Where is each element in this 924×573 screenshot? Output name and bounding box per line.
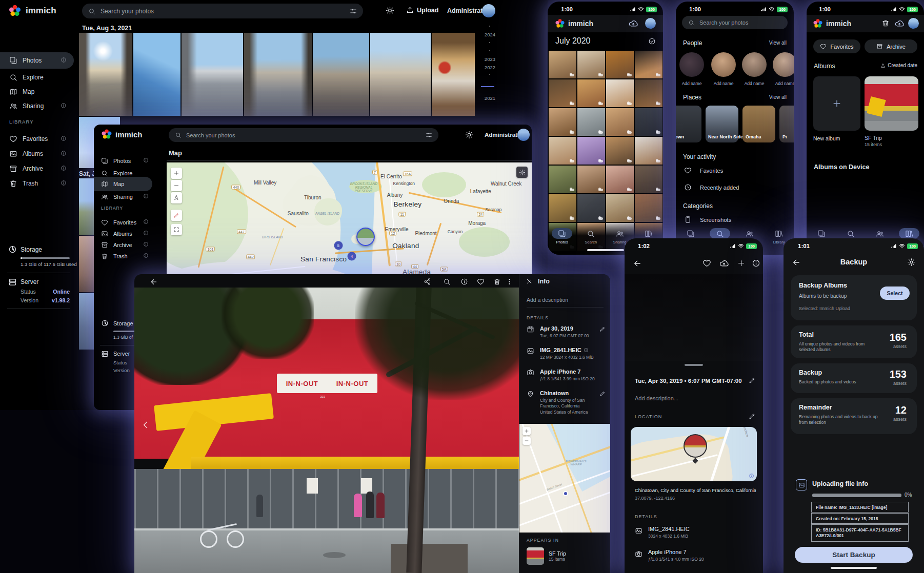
sidebar-item-sharing[interactable]: Sharing	[101, 190, 133, 203]
photo-thumbnail[interactable]	[549, 108, 576, 136]
select-button[interactable]: Select	[880, 286, 910, 300]
cloud-upload-icon[interactable]	[719, 259, 729, 268]
share-icon[interactable]	[424, 278, 431, 285]
photo-thumbnail[interactable]	[182, 33, 243, 116]
sheet-drag-handle[interactable]	[685, 364, 703, 366]
mini-map-zoom-out[interactable]	[523, 437, 531, 445]
album-row[interactable]: SF Trip 15 items	[527, 546, 604, 566]
edit-pencil-icon[interactable]	[599, 326, 606, 332]
add-name-label[interactable]: Add name	[679, 81, 704, 86]
activity-recent-row[interactable]: Recently added	[684, 183, 739, 191]
photo-thumbnail[interactable]	[635, 166, 662, 193]
photo-thumbnail[interactable]	[133, 33, 180, 116]
photo-thumbnail[interactable]	[606, 137, 634, 165]
photo-thumbnail[interactable]	[577, 166, 605, 193]
place-tile[interactable]: Omaha	[742, 106, 775, 142]
category-screenshots-row[interactable]: Screenshots	[684, 216, 731, 223]
location-map[interactable]: d - San Francisco	[631, 427, 757, 481]
photo-thumbnail[interactable]	[606, 51, 634, 78]
sidebar-item-map[interactable]: Map	[9, 85, 34, 98]
photo-thumbnail[interactable]	[606, 194, 634, 222]
photo-thumbnail[interactable]	[549, 166, 576, 193]
timeline-scrubber[interactable]: 2024 2023 2022 2021	[476, 24, 497, 116]
settings-gear-icon[interactable]	[907, 258, 916, 267]
photo-thumbnail[interactable]	[370, 33, 431, 116]
info-icon[interactable]	[143, 253, 149, 258]
photo-thumbnail[interactable]	[635, 79, 662, 107]
person-avatar[interactable]	[742, 52, 767, 77]
avatar[interactable]	[517, 129, 530, 141]
photo-thumbnail[interactable]	[635, 51, 662, 78]
photo-thumbnail[interactable]	[432, 33, 475, 116]
info-icon[interactable]	[61, 150, 67, 156]
albums-sort-button[interactable]: Created date	[880, 63, 917, 68]
info-icon[interactable]	[143, 230, 149, 236]
add-plus-icon[interactable]	[737, 259, 746, 268]
back-icon[interactable]	[150, 278, 158, 286]
new-album-tile[interactable]	[813, 76, 860, 131]
map-cluster-marker[interactable]: 5	[334, 241, 343, 250]
avatar[interactable]	[645, 18, 656, 29]
previous-photo-chevron-icon[interactable]	[140, 420, 151, 430]
info-icon[interactable]	[143, 241, 149, 247]
upload-button[interactable]: Upload	[406, 6, 438, 14]
description-input[interactable]: Add a description	[527, 297, 568, 303]
photo-thumbnail[interactable]	[635, 108, 662, 136]
trash-icon[interactable]	[881, 19, 890, 27]
album-title[interactable]: SF Trip	[865, 135, 882, 141]
add-name-label[interactable]: Add name	[711, 81, 736, 86]
info-icon[interactable]	[61, 135, 67, 141]
cloud-sync-icon[interactable]	[629, 19, 638, 28]
sidebar-item-trash[interactable]: Trash	[9, 177, 38, 190]
mini-map-zoom-in[interactable]	[523, 427, 531, 435]
zoom-icon[interactable]	[443, 278, 451, 285]
photo-thumbnail[interactable]	[313, 33, 369, 116]
map-zoom-in-button[interactable]	[171, 168, 182, 179]
person-avatar[interactable]	[679, 52, 704, 77]
map-cluster-marker[interactable]: 4	[347, 252, 356, 260]
search-input[interactable]: Search your photos	[169, 128, 438, 142]
info-icon[interactable]	[460, 278, 468, 285]
photo-thumbnail[interactable]	[577, 79, 605, 107]
sidebar-item-archive[interactable]: Archive	[9, 162, 43, 175]
start-backup-button[interactable]: Start Backup	[795, 547, 913, 563]
place-tile[interactable]: Chinatown	[676, 106, 701, 142]
photo-thumbnail[interactable]	[635, 194, 662, 222]
favorite-heart-icon[interactable]	[477, 278, 485, 285]
place-tile[interactable]: Pi	[779, 106, 794, 142]
map-draw-button[interactable]	[171, 210, 182, 221]
nav-tab-photos[interactable]: Photos	[548, 228, 576, 244]
person-avatar[interactable]	[711, 52, 736, 77]
info-icon[interactable]	[61, 57, 67, 63]
description-input[interactable]: Add description...	[635, 395, 678, 401]
map-photo-marker[interactable]	[356, 228, 375, 246]
photo-thumbnail[interactable]	[549, 79, 576, 107]
info-icon[interactable]	[61, 103, 67, 109]
sidebar-item-photos[interactable]: Photos	[9, 54, 42, 67]
select-all-check-icon[interactable]	[648, 37, 656, 45]
more-menu-icon[interactable]	[506, 278, 513, 285]
photo-thumbnail[interactable]	[549, 137, 576, 165]
scrubber-handle[interactable]	[481, 86, 494, 87]
info-icon[interactable]	[61, 180, 67, 186]
close-icon[interactable]	[526, 278, 533, 285]
info-icon[interactable]	[61, 165, 67, 171]
map-compass-button[interactable]	[171, 192, 182, 203]
photo-thumbnail[interactable]	[577, 194, 605, 222]
activity-favorites-row[interactable]: Favorites	[684, 167, 723, 174]
info-icon[interactable]	[752, 259, 760, 268]
info-icon[interactable]	[143, 157, 149, 163]
add-name-label[interactable]: Add name	[773, 81, 794, 86]
photo-thumbnail[interactable]	[606, 79, 634, 107]
sidebar-item-explore[interactable]: Explore	[9, 71, 44, 84]
map-fullscreen-button[interactable]	[171, 224, 182, 235]
people-view-all-link[interactable]: View all	[769, 40, 787, 46]
info-icon[interactable]	[143, 193, 149, 199]
cloud-sync-icon[interactable]	[895, 19, 904, 28]
sidebar-item-favorites[interactable]: Favorites	[9, 132, 48, 146]
edit-pencil-icon[interactable]	[749, 413, 756, 420]
search-input[interactable]: Search your photos	[82, 4, 363, 18]
sidebar-item-trash[interactable]: Trash	[101, 250, 128, 263]
theme-toggle-icon[interactable]	[386, 6, 394, 15]
filter-sliders-icon[interactable]	[426, 132, 432, 138]
